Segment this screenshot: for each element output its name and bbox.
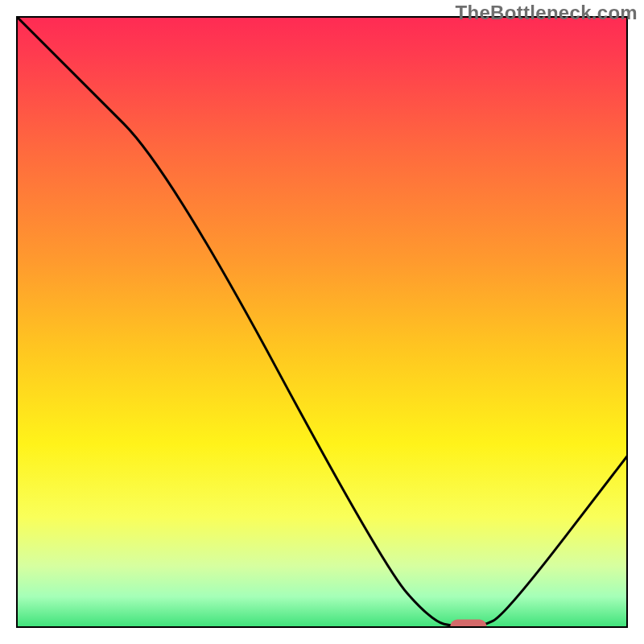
bottleneck-chart: [0, 0, 644, 644]
watermark-text: TheBottleneck.com: [456, 2, 638, 24]
chart-container: TheBottleneck.com: [0, 0, 644, 644]
